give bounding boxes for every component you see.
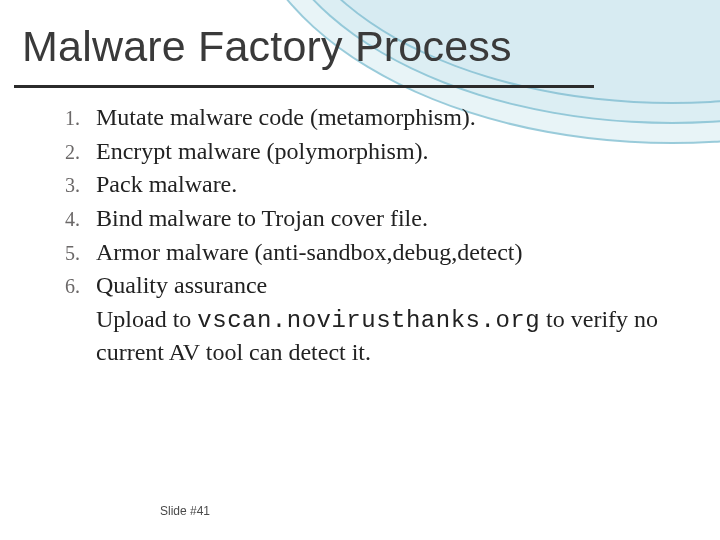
list-number: 3.	[46, 169, 80, 201]
detail-code: vscan.novirusthanks.org	[197, 307, 540, 334]
list-number: 5.	[46, 237, 80, 269]
list-item: 4. Bind malware to Trojan cover file.	[46, 203, 692, 235]
list-detail: Upload to vscan.novirusthanks.org to ver…	[96, 304, 692, 368]
list-number: 4.	[46, 203, 80, 235]
list-number: 1.	[46, 102, 80, 134]
detail-pre: Upload to	[96, 306, 197, 332]
list-text: Quality assurance	[96, 270, 267, 302]
slide-number: Slide #41	[160, 504, 210, 518]
list-text: Pack malware.	[96, 169, 237, 201]
list-text: Armor malware (anti-sandbox,debug,detect…	[96, 237, 523, 269]
list-item: 5. Armor malware (anti-sandbox,debug,det…	[46, 237, 692, 269]
list-number: 6.	[46, 270, 80, 302]
list-text: Encrypt malware (polymorphism).	[96, 136, 429, 168]
list-item: 3. Pack malware.	[46, 169, 692, 201]
list-text: Mutate malware code (metamorphism).	[96, 102, 476, 134]
title-underline	[14, 85, 594, 88]
page-title: Malware Factory Process	[22, 22, 512, 71]
list-body: 1. Mutate malware code (metamorphism). 2…	[46, 100, 692, 368]
list-item: 1. Mutate malware code (metamorphism).	[46, 102, 692, 134]
list-number: 2.	[46, 136, 80, 168]
list-item: 2. Encrypt malware (polymorphism).	[46, 136, 692, 168]
list-item: 6. Quality assurance	[46, 270, 692, 302]
list-text: Bind malware to Trojan cover file.	[96, 203, 428, 235]
